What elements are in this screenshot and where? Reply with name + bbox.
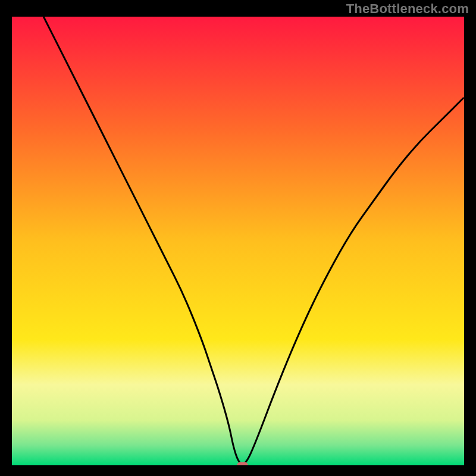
watermark-text: TheBottleneck.com [346, 1, 469, 17]
chart-svg [12, 17, 464, 465]
chart-frame: TheBottleneck.com [0, 0, 476, 476]
plot-area [12, 17, 464, 465]
gradient-rect [12, 17, 464, 465]
minimum-marker [237, 462, 248, 465]
